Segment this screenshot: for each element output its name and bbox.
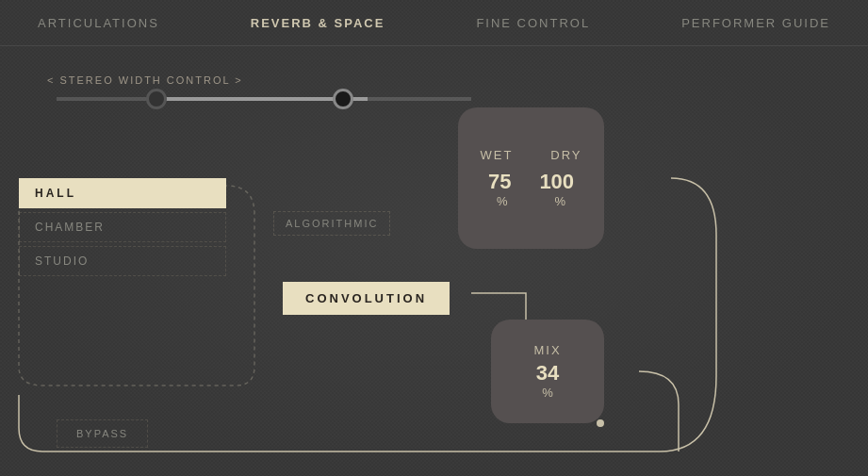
stereo-slider-track[interactable] <box>57 97 471 101</box>
algorithmic-label[interactable]: ALGORITHMIC <box>273 211 390 236</box>
wet-unit: % <box>497 194 508 208</box>
stereo-right-knob[interactable] <box>333 89 353 109</box>
wet-dry-values: 75 100 <box>488 170 574 194</box>
nav-performer-guide[interactable]: PERFORMER GUIDE <box>681 16 830 30</box>
reverb-chamber[interactable]: CHAMBER <box>19 212 226 242</box>
dry-value[interactable]: 100 <box>539 170 574 194</box>
main-content: < STEREO WIDTH CONTROL > HALL CHAMBER ST… <box>0 46 868 476</box>
mix-label: MIX <box>533 343 561 357</box>
wet-dry-box: WET DRY 75 100 % % <box>458 107 604 249</box>
stereo-left-knob[interactable] <box>146 89 167 109</box>
nav-fine-control[interactable]: FINE CONTROL <box>476 16 590 30</box>
reverb-studio[interactable]: STUDIO <box>19 246 226 276</box>
convolution-button[interactable]: CONVOLUTION <box>283 282 450 315</box>
mix-box: MIX 34 % <box>491 320 604 423</box>
nav-articulations[interactable]: ARTICULATIONS <box>38 16 159 30</box>
mix-value[interactable]: 34 <box>536 361 559 386</box>
mix-unit: % <box>542 386 553 400</box>
svg-point-3 <box>597 419 604 427</box>
wet-dry-labels: WET DRY <box>480 148 581 162</box>
dry-unit: % <box>555 194 566 208</box>
dry-label: DRY <box>550 148 581 162</box>
nav-bar: ARTICULATIONS REVERB & SPACE FINE CONTRO… <box>0 0 868 46</box>
wet-value[interactable]: 75 <box>488 170 511 194</box>
wet-dry-units: % % <box>497 194 565 208</box>
stereo-width-section: < STEREO WIDTH CONTROL > <box>38 74 462 125</box>
bypass-label[interactable]: BYPASS <box>57 419 148 448</box>
nav-reverb-space[interactable]: REVERB & SPACE <box>251 16 385 30</box>
wet-label: WET <box>480 148 513 162</box>
stereo-width-label: < STEREO WIDTH CONTROL > <box>38 74 462 86</box>
reverb-hall[interactable]: HALL <box>19 178 226 208</box>
reverb-types-panel: HALL CHAMBER STUDIO <box>19 178 226 280</box>
